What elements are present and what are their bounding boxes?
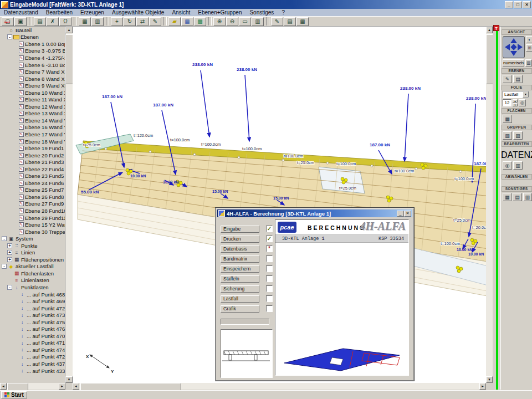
rotate-button[interactable]: ↻ bbox=[124, 17, 136, 26]
scroll-left-icon[interactable]: ◄ bbox=[73, 383, 79, 390]
tree-item[interactable]: ✎Ebene 6 -3.10 Bopl. bbox=[0, 62, 65, 69]
menu-erzeugen[interactable]: Erzeugen bbox=[76, 9, 108, 16]
tree-item[interactable]: ✎Ebene 30 Treppenl bbox=[0, 228, 65, 236]
tree-item[interactable]: ✎Ebene 20 Fund2 bbox=[0, 152, 65, 159]
undo-button[interactable]: Ω bbox=[59, 17, 71, 26]
dialog-close-button[interactable]: ✕ bbox=[404, 211, 411, 217]
list-button[interactable]: ▥ bbox=[91, 17, 104, 26]
reset-view-icon[interactable] bbox=[510, 44, 516, 50]
tree-item[interactable]: -▣System bbox=[0, 235, 65, 242]
tree-item[interactable]: ↓... auf Punkt 433 bbox=[0, 367, 65, 375]
tree-item[interactable]: ✎Ebene 14 Wand Y1 bbox=[0, 117, 65, 124]
settings-button[interactable]: ✎ bbox=[271, 17, 283, 26]
scrollbar-thumb[interactable] bbox=[7, 383, 28, 391]
save-button[interactable]: ▤ bbox=[34, 17, 46, 26]
tree-horizontal-scrollbar[interactable]: ◄ ► bbox=[0, 383, 65, 390]
tree-item[interactable]: ↓... auf Punkt 476 bbox=[0, 326, 65, 333]
dialog-step-grafik[interactable]: Grafik bbox=[221, 305, 259, 313]
scroll-up-icon[interactable]: ▲ bbox=[65, 27, 73, 33]
dialog-minimize-button[interactable]: _ bbox=[397, 211, 404, 217]
rotate-up-icon[interactable] bbox=[510, 38, 517, 43]
tree-item[interactable]: ✎Ebene 11 Wand X5 bbox=[0, 96, 65, 103]
tree-item[interactable]: ✎Ebene 28 Fund10 bbox=[0, 207, 65, 214]
dialog-step-eingabe[interactable]: Eingabe bbox=[221, 226, 259, 233]
tree-item[interactable]: -◆aktueller Lastfall bbox=[0, 263, 65, 270]
tree-item[interactable]: ↓... auf Punkt 474 bbox=[0, 346, 65, 354]
zoom-out-button[interactable]: ⊖ bbox=[226, 17, 238, 26]
pages-button[interactable]: ▤ bbox=[284, 17, 296, 26]
dialog-step-datenbasis[interactable]: Datenbasis bbox=[221, 245, 259, 253]
close-button[interactable]: ✕ bbox=[523, 1, 531, 8]
delete-button[interactable]: ✗ bbox=[47, 17, 59, 26]
gruppen-button-2[interactable]: ▨ bbox=[513, 131, 523, 140]
table-button[interactable]: ▦ bbox=[79, 17, 91, 26]
rotate-down-icon[interactable] bbox=[510, 51, 517, 56]
tree-item[interactable]: ✎Ebene 4 -1.275/-1.4 bbox=[0, 54, 65, 62]
view-rotation-compass[interactable] bbox=[503, 36, 525, 58]
menu-datenzustand[interactable]: Datenzustand bbox=[0, 9, 42, 16]
menu-ausgew-hlte-objekte[interactable]: Ausgewählte Objekte bbox=[108, 9, 168, 16]
tree-item[interactable]: ✎Ebene 24 Fund6 bbox=[0, 180, 65, 187]
slab-grid-button[interactable]: ▦ bbox=[181, 17, 193, 26]
scroll-left-icon[interactable]: ◄ bbox=[0, 383, 7, 390]
view-settings-button[interactable]: ▥ bbox=[525, 59, 532, 66]
sonstiges-button-1[interactable]: ▦ bbox=[503, 193, 511, 201]
collapse-icon[interactable]: - bbox=[2, 236, 7, 241]
new-button[interactable]: ▢neu bbox=[2, 17, 14, 26]
collapse-icon[interactable]: - bbox=[7, 34, 12, 39]
rotate-right-icon[interactable] bbox=[518, 44, 523, 50]
tree-item[interactable]: ↓... auf Punkt 437 bbox=[0, 360, 65, 367]
expand-icon[interactable]: + bbox=[7, 250, 12, 255]
axonometry-button[interactable]: ⊞ bbox=[526, 44, 532, 52]
folie-type-dropdown[interactable]: Lastfall ▼ bbox=[503, 91, 529, 98]
tree-item[interactable]: ✎Ebene 3 -0.975 Bop bbox=[0, 48, 65, 55]
dialog-step-checkbox[interactable] bbox=[266, 285, 273, 292]
mirror-button[interactable]: ⇄ bbox=[136, 17, 149, 26]
flaechen-edit-button[interactable]: ▦ bbox=[503, 115, 512, 123]
tree-item[interactable]: ✎Ebene 10 Wand X4 bbox=[0, 89, 65, 96]
menu-sonstiges[interactable]: Sonstiges bbox=[245, 9, 278, 16]
slab-yellow-button[interactable]: ▰ bbox=[168, 17, 181, 26]
scroll-up-icon[interactable]: ▲ bbox=[486, 27, 493, 33]
open-button[interactable]: ▣ bbox=[14, 17, 27, 26]
datenzustand-check-button[interactable]: ◎ bbox=[503, 161, 512, 170]
dialog-step-checkbox[interactable] bbox=[266, 255, 273, 262]
tree-item[interactable]: ✎Ebene 25 Fund7 bbox=[0, 187, 65, 194]
draw-button[interactable]: ✎ bbox=[149, 17, 161, 26]
scroll-right-icon[interactable]: ► bbox=[59, 383, 65, 390]
tree-item[interactable]: +≡Linien bbox=[0, 249, 65, 257]
print-button[interactable]: ▥ bbox=[252, 17, 264, 26]
tree-item[interactable]: ✎Ebene 7 Wand X1 bbox=[0, 68, 65, 75]
scroll-down-icon[interactable]: ▼ bbox=[486, 376, 493, 383]
tree-item[interactable]: +▦Flächenpositionen bbox=[0, 256, 65, 263]
tree-item[interactable]: ⌂Bauteil bbox=[0, 27, 65, 34]
minimize-button[interactable]: _ bbox=[505, 1, 513, 8]
maximize-button[interactable]: □ bbox=[514, 1, 522, 8]
tree-item[interactable]: ✎Ebene 12 Wand X6 bbox=[0, 103, 65, 110]
tree-item[interactable]: ✎Ebene 21 Fund3 bbox=[0, 158, 65, 166]
ebenen-list-button[interactable]: ▤ bbox=[513, 75, 523, 83]
menu-ebenen+gruppen[interactable]: Ebenen+Gruppen bbox=[194, 9, 245, 16]
move-button[interactable]: + bbox=[111, 17, 123, 26]
spin-down-icon[interactable]: ▼ bbox=[513, 103, 518, 106]
menu-ansicht[interactable]: Ansicht bbox=[168, 9, 194, 16]
dropdown-arrow-icon[interactable]: ▼ bbox=[523, 91, 529, 98]
tree-item[interactable]: ✎Ebene 15 Y2 Wand T bbox=[0, 221, 65, 228]
dialog-step-checkbox[interactable] bbox=[266, 305, 273, 312]
tree-item[interactable]: +::Punkte bbox=[0, 242, 65, 249]
dialog-step-drucken[interactable]: Drucken bbox=[221, 236, 259, 243]
zoom-in-button[interactable]: ⊕ bbox=[213, 17, 226, 26]
tree-item[interactable]: -↓Punktlasten bbox=[0, 284, 65, 291]
tree-item[interactable]: ↓... auf Punkt 470 bbox=[0, 332, 65, 340]
tree-item[interactable]: ✎Ebene 26 Fund8 bbox=[0, 193, 65, 201]
zoom-window-button[interactable]: ▭ bbox=[239, 17, 251, 26]
dialog-step-sicherung[interactable]: Sicherung bbox=[221, 285, 259, 293]
perspective-button[interactable]: ◐ bbox=[526, 36, 532, 43]
dialog-titlebar[interactable]: 4H-ALFA - Berechnung [3D-KTL Anlage 1] _… bbox=[217, 209, 412, 217]
canvas-right-scrollbar[interactable]: ▲ ▼ bbox=[486, 27, 493, 383]
sonstiges-button-2[interactable]: ▤ bbox=[513, 193, 521, 201]
expand-icon[interactable]: + bbox=[7, 243, 12, 248]
tree-item[interactable]: ✎Ebene 22 Fund4 bbox=[0, 166, 65, 173]
tree-item[interactable]: ✎Ebene 16 Wand Y3 bbox=[0, 124, 65, 131]
tree-item[interactable]: ↓... auf Punkt 473 bbox=[0, 311, 65, 319]
